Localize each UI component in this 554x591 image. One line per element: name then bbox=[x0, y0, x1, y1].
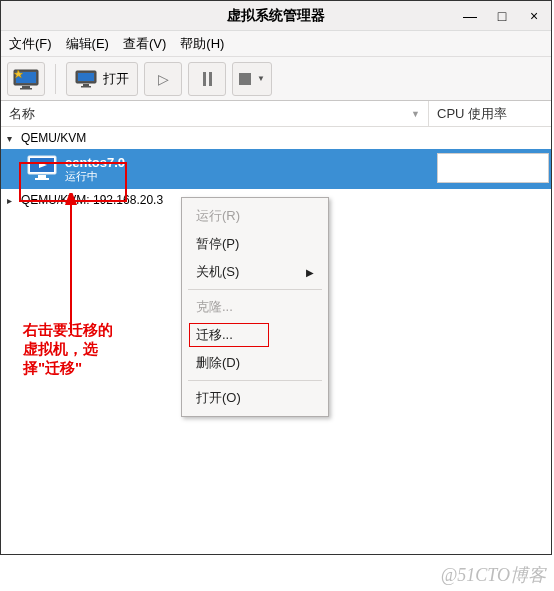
app-window: 虚拟系统管理器 — □ × 文件(F) 编辑(E) 查看(V) 帮助(H) bbox=[0, 0, 552, 555]
menu-view[interactable]: 查看(V) bbox=[123, 35, 166, 53]
window-controls: — □ × bbox=[459, 1, 545, 31]
monitor-star-icon bbox=[13, 68, 39, 90]
vm-monitor-icon bbox=[27, 155, 57, 184]
svg-rect-3 bbox=[20, 88, 32, 90]
annotation-text: 右击要迁移的虚拟机，选择"迁移" bbox=[23, 321, 113, 377]
menubar: 文件(F) 编辑(E) 查看(V) 帮助(H) bbox=[1, 31, 551, 57]
chevron-down-icon: ▼ bbox=[257, 74, 265, 83]
ctx-delete[interactable]: 删除(D) bbox=[182, 349, 328, 377]
column-cpu-label: CPU 使用率 bbox=[437, 105, 507, 123]
column-cpu[interactable]: CPU 使用率 bbox=[429, 101, 551, 126]
svg-rect-7 bbox=[83, 84, 89, 86]
vm-status: 运行中 bbox=[65, 170, 125, 183]
column-name-label: 名称 bbox=[9, 105, 35, 123]
column-header: 名称 ▼ CPU 使用率 bbox=[1, 101, 551, 127]
ctx-pause-label: 暂停(P) bbox=[196, 235, 239, 253]
open-button-label: 打开 bbox=[103, 70, 129, 88]
ctx-clone-label: 克隆... bbox=[196, 298, 233, 316]
vm-name: centos7.0 bbox=[65, 155, 125, 171]
close-button[interactable]: × bbox=[523, 8, 545, 24]
context-menu: 运行(R) 暂停(P) 关机(S) ▶ 克隆... 迁移... 删除(D) 打开… bbox=[181, 197, 329, 417]
open-button[interactable]: 打开 bbox=[66, 62, 138, 96]
sort-arrow-icon: ▼ bbox=[411, 109, 420, 119]
expander-icon-2: ▸ bbox=[7, 195, 17, 206]
monitor-icon bbox=[75, 70, 97, 88]
new-vm-button[interactable] bbox=[7, 62, 45, 96]
ctx-run-label: 运行(R) bbox=[196, 207, 240, 225]
host-label-2: QEMU/KVM: 192.168.20.3 bbox=[21, 193, 163, 207]
menu-file[interactable]: 文件(F) bbox=[9, 35, 52, 53]
stop-button[interactable]: ▼ bbox=[232, 62, 272, 96]
vm-row-selected[interactable]: centos7.0 运行中 bbox=[1, 149, 551, 189]
cpu-usage-cell bbox=[437, 153, 549, 183]
svg-rect-12 bbox=[38, 175, 46, 178]
stop-icon bbox=[239, 73, 251, 85]
play-button[interactable]: ▷ bbox=[144, 62, 182, 96]
ctx-shutdown-label: 关机(S) bbox=[196, 263, 239, 281]
toolbar-separator bbox=[55, 64, 56, 94]
menu-help[interactable]: 帮助(H) bbox=[180, 35, 224, 53]
ctx-migrate[interactable]: 迁移... bbox=[182, 321, 328, 349]
ctx-shutdown[interactable]: 关机(S) ▶ bbox=[182, 258, 328, 286]
host-row[interactable]: ▾ QEMU/KVM bbox=[1, 127, 551, 149]
minimize-button[interactable]: — bbox=[459, 8, 481, 24]
vm-text: centos7.0 运行中 bbox=[65, 155, 125, 184]
titlebar: 虚拟系统管理器 — □ × bbox=[1, 1, 551, 31]
ctx-pause[interactable]: 暂停(P) bbox=[182, 230, 328, 258]
pause-button[interactable] bbox=[188, 62, 226, 96]
chevron-right-icon: ▶ bbox=[306, 267, 314, 278]
expander-icon: ▾ bbox=[7, 133, 17, 144]
ctx-delete-label: 删除(D) bbox=[196, 354, 240, 372]
menu-edit[interactable]: 编辑(E) bbox=[66, 35, 109, 53]
ctx-clone[interactable]: 克隆... bbox=[182, 293, 328, 321]
window-title: 虚拟系统管理器 bbox=[227, 7, 325, 25]
watermark: @51CTO博客 bbox=[441, 563, 546, 587]
play-icon: ▷ bbox=[158, 71, 169, 87]
svg-rect-2 bbox=[22, 86, 30, 88]
maximize-button[interactable]: □ bbox=[491, 8, 513, 24]
pause-icon bbox=[203, 72, 212, 86]
toolbar: 打开 ▷ ▼ bbox=[1, 57, 551, 101]
host-label: QEMU/KVM bbox=[21, 131, 86, 145]
ctx-migrate-label: 迁移... bbox=[196, 326, 233, 344]
ctx-open[interactable]: 打开(O) bbox=[182, 384, 328, 412]
ctx-separator-1 bbox=[188, 289, 322, 290]
ctx-run[interactable]: 运行(R) bbox=[182, 202, 328, 230]
column-name[interactable]: 名称 ▼ bbox=[1, 101, 429, 126]
svg-rect-8 bbox=[81, 86, 91, 88]
ctx-separator-2 bbox=[188, 380, 322, 381]
svg-rect-13 bbox=[35, 178, 49, 180]
ctx-open-label: 打开(O) bbox=[196, 389, 241, 407]
svg-rect-6 bbox=[78, 73, 94, 81]
